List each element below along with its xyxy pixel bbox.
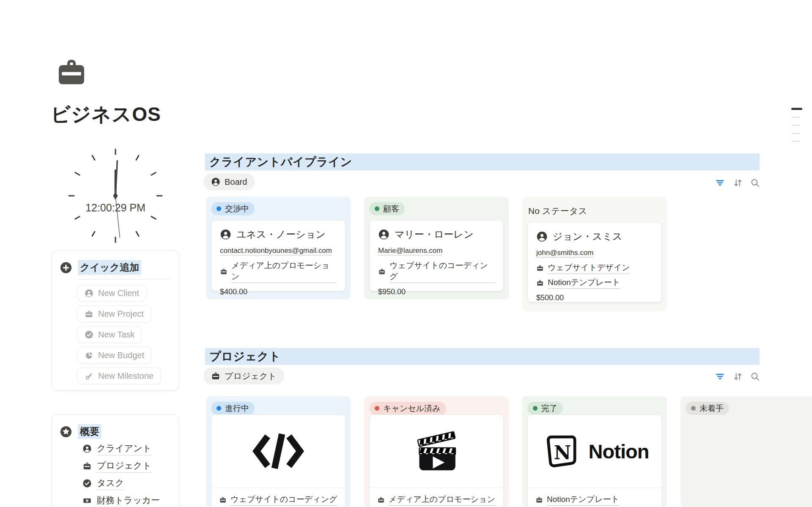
- new-budget-button[interactable]: New Budget: [77, 347, 151, 364]
- notion-logo: [540, 431, 581, 471]
- project-relation-link[interactable]: メディア上のプロモーション: [231, 260, 337, 283]
- new-project-button[interactable]: New Project: [77, 305, 151, 322]
- clapperboard-icon: [409, 429, 464, 474]
- new-client-button[interactable]: New Client: [77, 285, 146, 301]
- overview-title: 概要: [78, 424, 102, 439]
- toc-item[interactable]: [791, 141, 800, 142]
- status-dot: [691, 406, 696, 411]
- status-pill[interactable]: 進行中: [211, 402, 255, 415]
- client-card[interactable]: ジョン・スミス john@smiths.com ウェブサイトデザイン Notio…: [527, 222, 662, 302]
- status-dot: [375, 406, 379, 411]
- deal-amount: $950.00: [378, 288, 495, 296]
- client-name: ユネス・ノーション: [236, 228, 326, 241]
- overview-card: 概要 クライアント プロジェクト タスク 財務トラッカー: [52, 414, 179, 507]
- pipeline-column-no-status: No ステータス ジョン・スミス john@smiths.com ウェブサイトデ…: [522, 197, 667, 312]
- status-pill[interactable]: 交渉中: [211, 202, 255, 215]
- project-column-cancelled: キャンセル済み メディア上のプロモーション: [364, 396, 509, 507]
- client-name: ジョン・スミス: [553, 230, 622, 243]
- briefcase-icon: [377, 496, 385, 504]
- status-label: 進行中: [225, 403, 249, 414]
- search-icon[interactable]: [750, 371, 760, 382]
- project-relation-link[interactable]: Notionテンプレート: [548, 277, 620, 289]
- briefcase-icon: [82, 461, 92, 471]
- status-label: 未着手: [700, 403, 724, 414]
- link-label: タスク: [97, 477, 124, 490]
- search-icon[interactable]: [750, 178, 760, 188]
- person-icon: [85, 289, 93, 298]
- project-title-link[interactable]: メディア上のプロモーション: [389, 494, 495, 506]
- filter-icon[interactable]: [715, 178, 725, 188]
- status-dot: [533, 406, 538, 411]
- toc-item[interactable]: [791, 125, 800, 126]
- deal-amount: $400.00: [220, 288, 337, 296]
- person-icon: [378, 229, 390, 240]
- filter-icon[interactable]: [715, 371, 725, 382]
- pipeline-column-customer: 顧客 マリー・ローレン Marie@laurens.com ウェブサイトのコーデ…: [364, 197, 509, 299]
- status-dot: [375, 206, 379, 211]
- status-label: 完了: [541, 403, 557, 414]
- section-title: プロジェクト: [205, 349, 281, 364]
- banknote-icon: [82, 496, 92, 505]
- toc-item[interactable]: [791, 133, 800, 134]
- project-card[interactable]: ウェブサイトのコーディング: [211, 414, 346, 507]
- check-icon: [82, 479, 92, 488]
- analog-clock: [65, 145, 166, 247]
- toc-item[interactable]: [791, 117, 800, 118]
- project-relation-link[interactable]: ウェブサイトデザイン: [548, 262, 630, 274]
- new-task-button[interactable]: New Task: [77, 326, 142, 343]
- table-of-contents-indicator: [791, 108, 802, 142]
- project-relation-link[interactable]: ウェブサイトのコーディング: [390, 260, 495, 283]
- star-circle-icon: [60, 425, 72, 438]
- deal-amount: $500.00: [536, 293, 653, 302]
- section-header-projects: プロジェクト: [205, 348, 760, 365]
- briefcase-icon: [219, 496, 227, 504]
- board-toolbar: [715, 371, 760, 382]
- page-title: ビジネスOS: [51, 101, 161, 128]
- sort-icon[interactable]: [732, 371, 743, 382]
- briefcase-icon: [220, 268, 228, 275]
- project-title-link[interactable]: Notionテンプレート: [547, 494, 619, 506]
- client-email-link[interactable]: john@smiths.com: [536, 249, 593, 258]
- person-icon: [536, 231, 548, 242]
- client-email-link[interactable]: contact.notionbyounes@gmail.com: [220, 247, 332, 255]
- overview-link-finance[interactable]: 財務トラッカー: [82, 495, 160, 507]
- new-milestone-button[interactable]: New Milestone: [77, 367, 161, 384]
- project-card[interactable]: メディア上のプロモーション: [369, 414, 504, 507]
- status-pill[interactable]: 完了: [527, 402, 563, 415]
- button-label: New Budget: [98, 351, 144, 360]
- notion-business-os-page: ビジネスOS 12:00:29 PM クイック追加: [0, 0, 812, 507]
- overview-link-projects[interactable]: プロジェクト: [82, 460, 160, 472]
- check-icon: [85, 330, 93, 339]
- view-tab-projects[interactable]: プロジェクト: [203, 367, 284, 384]
- pipeline-column-negotiating: 交渉中 ユネス・ノーション contact.notionbyounes@gmai…: [206, 197, 351, 299]
- toc-item-current[interactable]: [791, 108, 802, 110]
- status-pill[interactable]: キャンセル済み: [369, 402, 446, 415]
- person-icon: [211, 177, 220, 186]
- section-header-pipeline: クライアントパイプライン: [205, 153, 760, 170]
- view-tab-board[interactable]: Board: [203, 173, 255, 190]
- status-pill[interactable]: 顧客: [369, 202, 405, 215]
- briefcase-icon: [211, 371, 220, 381]
- client-card[interactable]: マリー・ローレン Marie@laurens.com ウェブサイトのコーディング…: [369, 220, 504, 291]
- link-label: クライアント: [97, 442, 151, 455]
- person-icon: [220, 229, 231, 240]
- status-label: 交渉中: [225, 203, 249, 214]
- client-card[interactable]: ユネス・ノーション contact.notionbyounes@gmail.co…: [211, 220, 346, 291]
- view-tab-label: Board: [225, 177, 247, 187]
- overview-link-tasks[interactable]: タスク: [82, 477, 160, 489]
- digital-time: 12:00:29 PM: [65, 202, 166, 214]
- status-label: キャンセル済み: [383, 403, 441, 414]
- status-pill[interactable]: 未着手: [686, 402, 729, 415]
- project-title-link[interactable]: ウェブサイトのコーディング: [230, 494, 337, 506]
- link-label: 財務トラッカー: [97, 494, 160, 507]
- status-label[interactable]: No ステータス: [528, 205, 587, 217]
- overview-link-clients[interactable]: クライアント: [82, 443, 160, 455]
- project-column-not-started: 未着手: [680, 396, 812, 507]
- button-label: New Client: [98, 288, 139, 298]
- briefcase-logo-icon: [53, 55, 90, 89]
- project-card[interactable]: Notion Notionテンプレート: [527, 414, 662, 507]
- client-email-link[interactable]: Marie@laurens.com: [378, 247, 442, 255]
- board-toolbar: [715, 178, 760, 188]
- client-name: マリー・ローレン: [395, 228, 474, 241]
- sort-icon[interactable]: [732, 178, 743, 188]
